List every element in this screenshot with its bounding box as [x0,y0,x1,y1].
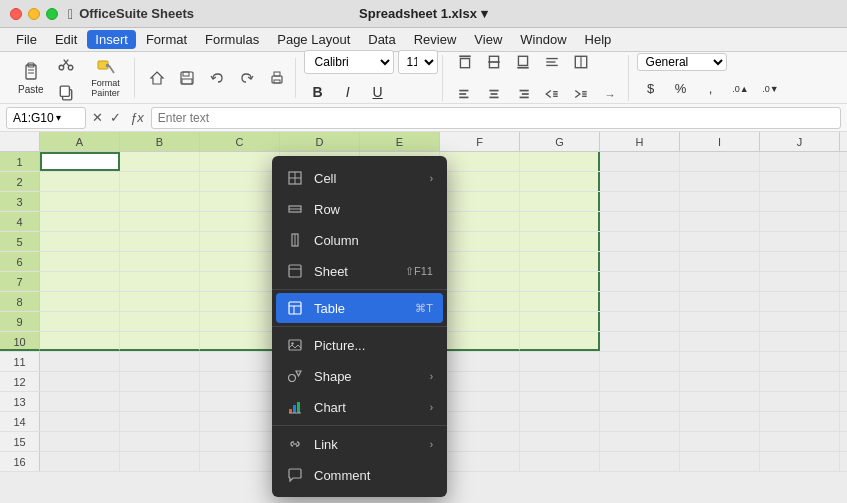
cell-G6[interactable] [520,252,600,271]
cell-K16[interactable] [840,452,847,471]
cell-C11[interactable] [200,352,280,371]
cell-J4[interactable] [760,212,840,231]
cell-I13[interactable] [680,392,760,411]
cell-K5[interactable] [840,232,847,251]
cell-K4[interactable] [840,212,847,231]
cell-K14[interactable] [840,412,847,431]
cell-K11[interactable] [840,352,847,371]
cell-I14[interactable] [680,412,760,431]
cell-H1[interactable] [600,152,680,171]
cell-I12[interactable] [680,372,760,391]
insert-column-item[interactable]: Column [276,225,443,255]
cell-F7[interactable] [440,272,520,291]
cell-J16[interactable] [760,452,840,471]
menu-data[interactable]: Data [360,30,403,49]
cell-J12[interactable] [760,372,840,391]
cell-J5[interactable] [760,232,840,251]
cell-K9[interactable] [840,312,847,331]
cell-I1[interactable] [680,152,760,171]
font-size-select[interactable]: 11 [398,50,438,74]
menu-insert[interactable]: Insert [87,30,136,49]
align-middle-button[interactable] [480,48,508,76]
paste-button[interactable]: Paste [12,59,50,97]
col-header-E[interactable]: E [360,132,440,151]
col-header-C[interactable]: C [200,132,280,151]
cell-B3[interactable] [120,192,200,211]
cell-A15[interactable] [40,432,120,451]
cell-H3[interactable] [600,192,680,211]
cell-F8[interactable] [440,292,520,311]
cell-F16[interactable] [440,452,520,471]
cell-C6[interactable] [200,252,280,271]
insert-row-item[interactable]: Row [276,194,443,224]
cell-G1[interactable] [520,152,600,171]
cell-A11[interactable] [40,352,120,371]
redo-button[interactable] [233,64,261,92]
minimize-button[interactable] [28,8,40,20]
menu-window[interactable]: Window [512,30,574,49]
cell-A9[interactable] [40,312,120,331]
cell-C3[interactable] [200,192,280,211]
cell-B6[interactable] [120,252,200,271]
cell-C9[interactable] [200,312,280,331]
cell-I9[interactable] [680,312,760,331]
cell-C15[interactable] [200,432,280,451]
confirm-formula-icon[interactable]: ✓ [108,110,123,125]
copy-button[interactable] [52,79,80,107]
cell-I15[interactable] [680,432,760,451]
currency-button[interactable]: $ [637,75,665,103]
cell-B16[interactable] [120,452,200,471]
cell-reference-box[interactable]: A1:G10 ▾ [6,107,86,129]
cell-C2[interactable] [200,172,280,191]
col-header-F[interactable]: F [440,132,520,151]
cell-F3[interactable] [440,192,520,211]
cell-B12[interactable] [120,372,200,391]
cell-A6[interactable] [40,252,120,271]
format-painter-button[interactable]: Format Painter [82,55,130,100]
cell-J8[interactable] [760,292,840,311]
align-bottom-button[interactable] [509,48,537,76]
cell-B1[interactable] [120,152,200,171]
underline-button[interactable]: U [364,78,392,106]
cell-I11[interactable] [680,352,760,371]
cell-G9[interactable] [520,312,600,331]
print-button[interactable] [263,64,291,92]
cell-A12[interactable] [40,372,120,391]
cell-A10[interactable] [40,332,120,351]
cell-K1[interactable] [840,152,847,171]
cell-F13[interactable] [440,392,520,411]
cell-H11[interactable] [600,352,680,371]
align-right-button[interactable] [509,80,537,108]
cell-J11[interactable] [760,352,840,371]
cell-A3[interactable] [40,192,120,211]
menu-file[interactable]: File [8,30,45,49]
col-header-I[interactable]: I [680,132,760,151]
insert-sheet-item[interactable]: Sheet ⇧F11 [276,256,443,286]
cell-B11[interactable] [120,352,200,371]
font-family-select[interactable]: Calibri [304,50,394,74]
cell-G8[interactable] [520,292,600,311]
cell-I16[interactable] [680,452,760,471]
cell-A2[interactable] [40,172,120,191]
cell-G13[interactable] [520,392,600,411]
indent-decrease-button[interactable] [538,80,566,108]
cell-J10[interactable] [760,332,840,351]
insert-link-item[interactable]: Link › [276,429,443,459]
percent-button[interactable]: % [667,75,695,103]
cell-A5[interactable] [40,232,120,251]
cell-B10[interactable] [120,332,200,351]
cell-F9[interactable] [440,312,520,331]
cell-B5[interactable] [120,232,200,251]
cell-H15[interactable] [600,432,680,451]
cell-I10[interactable] [680,332,760,351]
cell-I2[interactable] [680,172,760,191]
cell-A8[interactable] [40,292,120,311]
align-center-button[interactable] [480,80,508,108]
increase-decimal-button[interactable]: .0▲ [727,75,755,103]
cell-K13[interactable] [840,392,847,411]
cell-C16[interactable] [200,452,280,471]
cell-J7[interactable] [760,272,840,291]
cell-A14[interactable] [40,412,120,431]
cell-A1[interactable] [40,152,120,171]
cell-J15[interactable] [760,432,840,451]
